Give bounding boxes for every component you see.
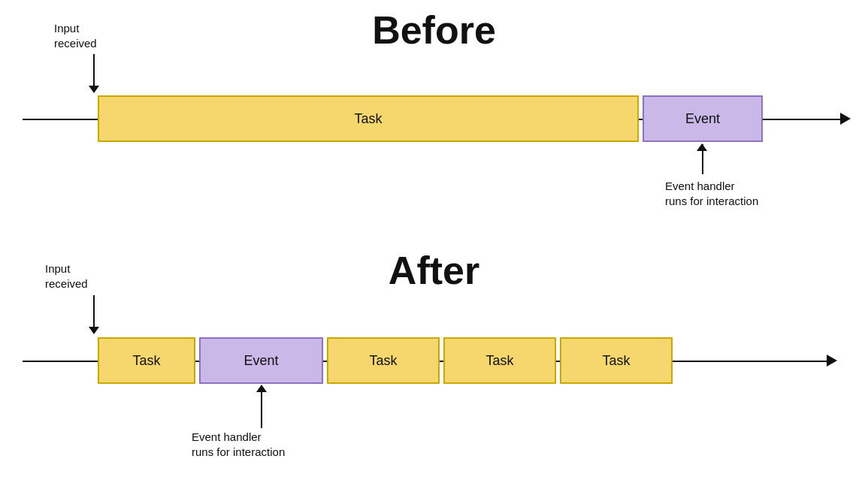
diagram-container: Before Inputreceived Task Event Event ha… [0,0,868,486]
after-timeline-right [673,361,830,362]
before-event-arrowhead [697,143,707,151]
after-timeline-arrow [827,355,837,367]
before-input-label: Inputreceived [54,21,97,50]
before-title: Before [372,8,496,53]
after-task2-box: Task [327,337,440,384]
before-timeline-left [23,119,98,120]
before-input-arrow [89,54,99,93]
after-title: After [389,248,479,293]
after-input-label: Inputreceived [45,261,88,291]
before-task-box: Task [98,95,639,142]
after-timeline-left [23,361,98,362]
before-event-box: Event [643,95,763,142]
before-timeline-right [763,119,845,120]
after-task4-box: Task [560,337,673,384]
before-timeline-arrow [840,113,851,125]
after-handler-label: Event handlerruns for interaction [192,430,285,459]
after-event-arrow-line [261,392,262,428]
after-input-arrow [89,295,99,334]
before-handler-label: Event handlerruns for interaction [665,179,758,208]
after-event-box: Event [199,337,323,384]
after-task1-box: Task [98,337,195,384]
after-event-arrowhead [256,385,267,392]
after-task3-box: Task [443,337,556,384]
